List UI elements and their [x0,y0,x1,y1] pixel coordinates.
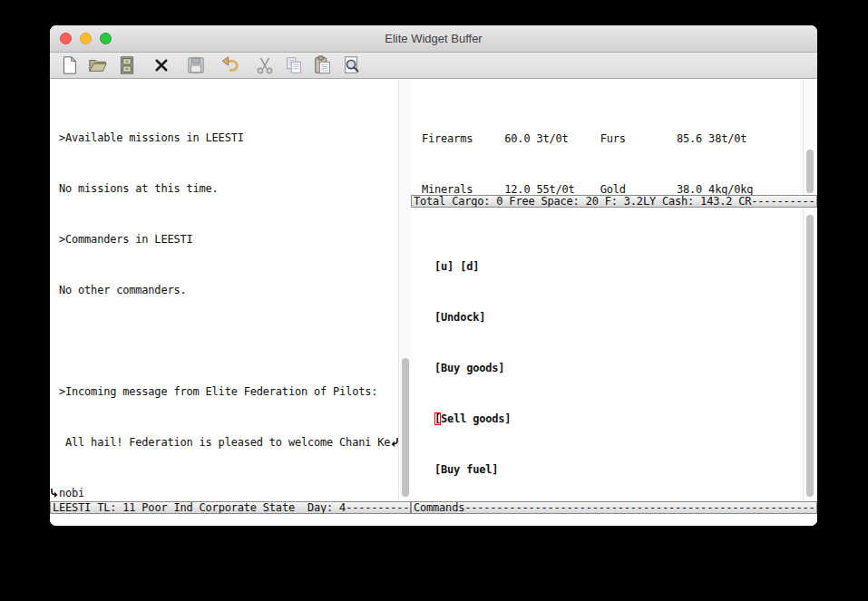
commands-pane: [u] [d] [Undock] [Buy goods] [Sell goods… [411,208,803,501]
scissors-icon [255,55,275,75]
zoom-button[interactable] [100,33,112,44]
paste-button[interactable] [311,53,335,77]
left-fringe [50,182,59,195]
left-fringe [50,233,59,246]
save-button[interactable] [184,53,208,77]
left-fringe [50,385,59,398]
minimize-button[interactable] [80,33,92,44]
left-fringe [50,284,59,296]
emacs-window: Elite Widget Buffer [50,25,817,526]
output-line: >Available missions in LEESTI [50,131,398,144]
right-fringe [391,385,398,398]
right-fringe [391,131,398,144]
commands-modeline-text: Commands--------------------------------… [414,501,817,514]
market-scrollbar[interactable] [803,80,815,195]
menu-item[interactable]: [Buy goods] [422,362,803,374]
right-fringe [391,233,398,246]
menu-item[interactable]: [Undock] [422,311,803,324]
cut-button[interactable] [253,53,277,77]
undo-icon [220,55,240,75]
copy-button[interactable] [282,53,306,77]
close-button[interactable] [60,33,72,44]
file-cabinet-icon [117,55,137,75]
output-line-text: nobi [59,487,391,499]
right-fringe [391,436,398,449]
left-fringe [50,436,59,449]
paste-clipboard-icon [313,55,333,75]
output-line-text: >Commanders in LEESTI [59,233,391,246]
new-file-button[interactable] [57,53,81,77]
cargo-modeline: Total Cargo: 0 Free Space: 20 F: 3.2LY C… [411,195,817,208]
commands-scrollbar-thumb[interactable] [806,215,814,497]
output-line [50,334,398,347]
line-continuation-icon [51,489,58,498]
search-icon [342,55,362,75]
output-line: All hail! Federation is pleased to welco… [50,436,398,449]
status-modeline-text: LEESTI TL: 11 Poor Ind Corporate State D… [53,501,411,514]
close-x-icon [153,57,170,73]
output-line-text: No other commanders. [59,284,391,296]
emacs-frame-body: >Available missions in LEESTI No mission… [50,80,817,526]
titlebar: Elite Widget Buffer [50,25,817,53]
left-fringe [50,131,59,144]
line-wrap-icon [391,438,398,447]
commands-modeline: Commands--------------------------------… [411,501,817,514]
undo-button[interactable] [219,53,242,77]
status-modeline: LEESTI TL: 11 Poor Ind Corporate State D… [50,501,411,514]
cargo-modeline-text: Total Cargo: 0 Free Space: 20 F: 3.2LY C… [414,195,817,208]
market-line: Firearms 60.0 3t/0t Furs 85.6 38t/0t [422,132,803,145]
menu-item[interactable]: [Buy fuel] [422,463,803,476]
output-line: No missions at this time. [50,182,398,195]
minibuffer[interactable] [50,514,817,526]
output-scrollbar-thumb[interactable] [402,358,409,497]
kill-buffer-button[interactable] [150,53,173,77]
market-line: Minerals 12.0 55t/0t Gold 38.0 4kg/0kg [422,183,803,195]
save-floppy-icon [186,55,206,75]
traffic-lights [60,33,112,44]
market-scrollbar-thumb[interactable] [806,150,814,193]
market-pane: Firearms 60.0 3t/0t Furs 85.6 38t/0t Min… [411,80,803,195]
new-file-icon [59,55,79,75]
left-fringe [50,487,59,499]
output-line-text: All hail! Federation is pleased to welco… [59,436,391,449]
output-pane: >Available missions in LEESTI No mission… [50,80,398,501]
toolbar [50,53,817,79]
output-line-text: No missions at this time. [59,182,391,195]
output-line-text: >Incoming message from Elite Federation … [59,385,391,398]
right-fringe [391,182,398,195]
output-scrollbar[interactable] [398,80,411,501]
output-line: No other commanders. [50,284,398,296]
right-fringe [391,334,398,347]
right-fringe [391,284,398,296]
right-fringe [391,487,398,499]
menu-item[interactable]: [Sell goods] [422,412,803,425]
open-folder-icon [88,55,108,75]
copy-icon [284,55,304,75]
output-line: nobi [50,487,398,499]
window-title: Elite Widget Buffer [50,25,817,52]
output-line-text: >Available missions in LEESTI [59,131,391,144]
open-folder-button[interactable] [86,53,110,77]
output-line: >Incoming message from Elite Federation … [50,385,398,398]
output-line-text [59,334,391,347]
search-button[interactable] [340,53,364,77]
commands-scrollbar[interactable] [803,208,815,501]
file-cabinet-button[interactable] [115,53,139,77]
menu-item[interactable]: [u] [d] [422,260,803,273]
output-line: >Commanders in LEESTI [50,233,398,246]
left-fringe [50,334,59,347]
